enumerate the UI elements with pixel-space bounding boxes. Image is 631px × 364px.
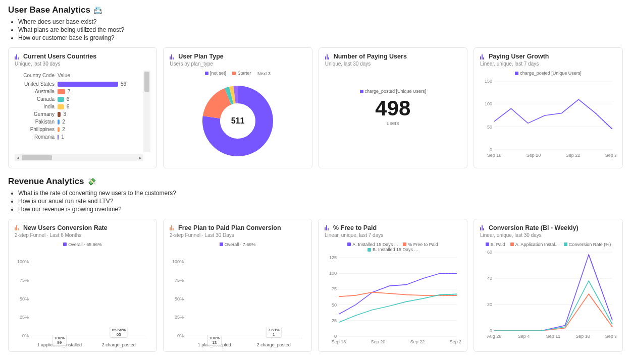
svg-text:0: 0	[334, 334, 337, 339]
bar-chart-icon	[170, 54, 175, 59]
table-row: India6	[15, 103, 150, 110]
bar-chart-icon	[325, 54, 331, 59]
svg-text:Sep 20: Sep 20	[371, 339, 386, 344]
svg-text:Sep 18: Sep 18	[575, 334, 590, 339]
svg-text:Sep 25: Sep 25	[605, 334, 616, 339]
bar-chart-icon	[480, 54, 486, 59]
bar-chart-icon	[15, 225, 20, 230]
svg-text:Sep 18: Sep 18	[487, 153, 502, 158]
table-row: United States56	[15, 80, 150, 88]
plan-legend: [not set] Starter Next 3	[170, 71, 305, 76]
card-paying-users: Number of Paying Users Unique, last 30 d…	[319, 47, 467, 168]
scrollbar-horizontal[interactable]: ◂▸	[15, 154, 143, 161]
svg-text:Sep 22: Sep 22	[566, 153, 581, 158]
svg-text:Sep 24: Sep 24	[605, 153, 616, 158]
svg-text:50: 50	[332, 302, 337, 307]
section-revenue-icon: 💸	[87, 177, 96, 186]
card-free-to-paid-conversion: Free Plan to Paid Plan Conversion 2-step…	[163, 219, 312, 352]
plan-legend-next[interactable]: Next 3	[257, 71, 271, 76]
table-row: Canada6	[15, 95, 150, 103]
table-row: Australia7	[15, 88, 150, 95]
scroll-left-icon[interactable]: ◂	[15, 155, 21, 160]
card-countries: Current Users Countries Unique, last 30 …	[8, 47, 157, 168]
svg-text:Sep 24: Sep 24	[450, 339, 461, 344]
svg-text:100: 100	[329, 271, 337, 276]
card-new-users-conversion: New Users Conversion Rate 2-step Funnel …	[8, 219, 157, 352]
card-pct-free-to-paid: % Free to Paid Linear, unique, last 7 da…	[318, 219, 467, 352]
section-revenue-title: Revenue Analytics💸	[8, 176, 623, 187]
svg-text:Sep 18: Sep 18	[332, 339, 346, 344]
section-user-title: User Base Analytics📇	[8, 5, 623, 15]
biweekly-line-chart: 0204060Aug 28Sep 4Sep 11Sep 18Sep 25	[480, 249, 616, 340]
table-row: Germany3	[15, 110, 150, 118]
svg-text:40: 40	[487, 276, 492, 281]
donut-center-value: 511	[231, 116, 245, 126]
svg-text:60: 60	[487, 250, 492, 255]
growth-line-chart: 050100150Sep 18Sep 20Sep 22Sep 24	[480, 78, 616, 159]
section-user-bullets: Where does user base exist? What plans a…	[18, 18, 623, 41]
scrollbar-vertical[interactable]	[143, 71, 150, 152]
table-row: Pakistan2	[15, 118, 150, 126]
free-to-paid-line-chart: 0255075100125Sep 18Sep 20Sep 22Sep 24	[325, 255, 461, 345]
svg-text:50: 50	[487, 124, 492, 129]
bar-chart-icon	[325, 225, 330, 230]
svg-text:Sep 20: Sep 20	[527, 153, 541, 158]
section-user-icon: 📇	[93, 6, 102, 14]
svg-text:100: 100	[485, 101, 492, 106]
svg-text:Sep 4: Sep 4	[518, 334, 530, 339]
bar-chart-icon	[480, 225, 486, 230]
card-plan-type: User Plan Type Users by plan_type [not s…	[163, 47, 312, 168]
paying-users-value: 498	[325, 96, 461, 120]
svg-text:20: 20	[487, 302, 492, 307]
card-conversion-biweekly: Conversion Rate (Bi - Weekly) Linear, un…	[474, 219, 623, 352]
svg-text:75: 75	[332, 286, 337, 291]
bar-chart-icon	[15, 54, 20, 59]
svg-text:125: 125	[329, 255, 337, 260]
svg-text:25: 25	[332, 318, 337, 323]
bar-chart-icon	[170, 225, 175, 230]
scroll-right-icon[interactable]: ▸	[137, 155, 143, 160]
svg-text:Aug 28: Aug 28	[487, 334, 502, 339]
section-revenue-bullets: What is the rate of converting new users…	[18, 190, 623, 213]
svg-text:0: 0	[490, 328, 492, 333]
svg-text:150: 150	[485, 79, 492, 84]
card-paying-growth: Paying User Growth Linear, unique, last …	[474, 47, 623, 168]
table-row: Romania1	[15, 133, 150, 141]
svg-text:Sep 22: Sep 22	[410, 339, 425, 344]
table-row: Philippines2	[15, 126, 150, 133]
svg-text:0: 0	[490, 147, 492, 152]
svg-text:Sep 11: Sep 11	[546, 334, 561, 339]
